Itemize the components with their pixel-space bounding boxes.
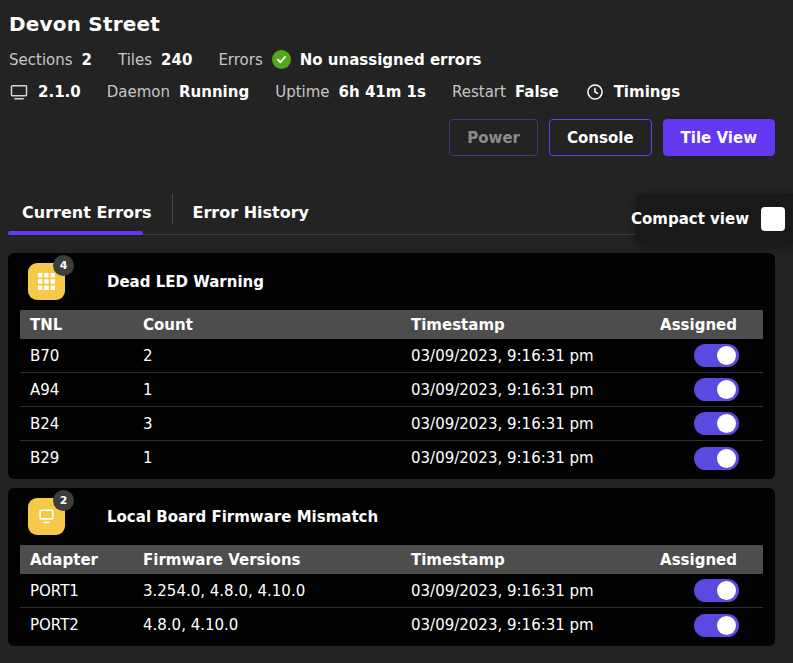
toggle-knob bbox=[717, 616, 736, 635]
table-header: TNL Count Timestamp Assigned bbox=[20, 310, 763, 339]
tile-view-button[interactable]: Tile View bbox=[663, 119, 775, 156]
card-icon-wrap: 4 bbox=[28, 263, 65, 300]
cell-tnl: B24 bbox=[20, 415, 133, 433]
daemon-info: Daemon Running bbox=[107, 83, 249, 101]
stat-value: No unassigned errors bbox=[300, 51, 482, 69]
col-header: Assigned bbox=[633, 551, 763, 569]
cell-count: 2 bbox=[133, 347, 401, 365]
cell-tnl: A94 bbox=[20, 381, 133, 399]
cell-firmware-versions: 3.254.0, 4.8.0, 4.10.0 bbox=[133, 582, 401, 600]
stat-value: 240 bbox=[161, 51, 192, 69]
stat-label: Tiles bbox=[118, 51, 152, 69]
cell-adapter: PORT1 bbox=[20, 582, 133, 600]
compact-view-checkbox[interactable] bbox=[761, 207, 785, 231]
card-title: Local Board Firmware Mismatch bbox=[107, 508, 378, 526]
cell-tnl: B29 bbox=[20, 449, 133, 467]
uptime-label: Uptime bbox=[275, 83, 329, 101]
assigned-toggle[interactable] bbox=[694, 614, 739, 637]
cell-timestamp: 03/09/2023, 9:16:31 pm bbox=[401, 449, 633, 467]
cell-timestamp: 03/09/2023, 9:16:31 pm bbox=[401, 381, 633, 399]
toggle-knob bbox=[717, 380, 736, 399]
cell-count: 3 bbox=[133, 415, 401, 433]
col-header: Timestamp bbox=[401, 316, 633, 334]
stat-errors: Errors No unassigned errors bbox=[218, 50, 481, 69]
col-header: Firmware Versions bbox=[133, 551, 401, 569]
cell-count: 1 bbox=[133, 449, 401, 467]
cell-timestamp: 03/09/2023, 9:16:31 pm bbox=[401, 582, 633, 600]
table-row: B70 2 03/09/2023, 9:16:31 pm bbox=[20, 339, 763, 373]
tab-current-errors[interactable]: Current Errors bbox=[8, 190, 166, 234]
compact-view-label: Compact view bbox=[631, 210, 749, 228]
error-count-badge: 2 bbox=[53, 490, 74, 511]
toggle-knob bbox=[717, 346, 736, 365]
stat-sections: Sections 2 bbox=[9, 51, 92, 69]
timings-link[interactable]: Timings bbox=[585, 82, 681, 102]
daemon-value: Running bbox=[179, 83, 249, 101]
restart-value: False bbox=[515, 83, 559, 101]
compact-view-panel: Compact view bbox=[636, 193, 793, 244]
stat-label: Sections bbox=[9, 51, 73, 69]
table-header: Adapter Firmware Versions Timestamp Assi… bbox=[20, 545, 763, 574]
toggle-knob bbox=[717, 414, 736, 433]
assigned-toggle[interactable] bbox=[694, 344, 739, 367]
table-row: PORT2 4.8.0, 4.10.0 03/09/2023, 9:16:31 … bbox=[20, 608, 763, 642]
cell-timestamp: 03/09/2023, 9:16:31 pm bbox=[401, 415, 633, 433]
tab-divider bbox=[172, 194, 173, 224]
card-header: 4 Dead LED Warning bbox=[20, 261, 763, 310]
toggle-knob bbox=[717, 581, 736, 600]
error-card-dead-led: 4 Dead LED Warning TNL Count Timestamp A… bbox=[8, 253, 775, 479]
uptime-info: Uptime 6h 41m 1s bbox=[275, 83, 426, 101]
timings-label: Timings bbox=[614, 83, 681, 101]
restart-label: Restart bbox=[452, 83, 506, 101]
tabs-area: Current Errors Error History Compact vie… bbox=[0, 190, 793, 239]
stat-tiles: Tiles 240 bbox=[118, 51, 192, 69]
cell-count: 1 bbox=[133, 381, 401, 399]
device-dashboard: Devon Street Sections 2 Tiles 240 Errors… bbox=[0, 0, 793, 663]
toggle-knob bbox=[717, 449, 736, 468]
toolbar: Power Console Tile View bbox=[0, 102, 793, 156]
console-button[interactable]: Console bbox=[549, 119, 652, 156]
version-info: 2.1.0 bbox=[9, 82, 81, 102]
version-value: 2.1.0 bbox=[38, 83, 81, 101]
table-row: A94 1 03/09/2023, 9:16:31 pm bbox=[20, 373, 763, 407]
col-header: Assigned bbox=[633, 316, 763, 334]
card-header: 2 Local Board Firmware Mismatch bbox=[20, 496, 763, 545]
stat-value: 2 bbox=[82, 51, 92, 69]
table-row: B24 3 03/09/2023, 9:16:31 pm bbox=[20, 407, 763, 441]
col-header: TNL bbox=[20, 316, 133, 334]
assigned-toggle[interactable] bbox=[694, 579, 739, 602]
error-cards: 4 Dead LED Warning TNL Count Timestamp A… bbox=[0, 239, 793, 646]
clock-icon bbox=[585, 82, 605, 102]
daemon-label: Daemon bbox=[107, 83, 170, 101]
col-header: Timestamp bbox=[401, 551, 633, 569]
card-title: Dead LED Warning bbox=[107, 273, 264, 291]
page-title: Devon Street bbox=[9, 12, 775, 36]
stats-row: Sections 2 Tiles 240 Errors No unassigne… bbox=[9, 50, 775, 69]
cell-firmware-versions: 4.8.0, 4.10.0 bbox=[133, 616, 401, 634]
header: Devon Street Sections 2 Tiles 240 Errors… bbox=[0, 0, 793, 102]
tab-error-history[interactable]: Error History bbox=[179, 190, 324, 234]
uptime-value: 6h 41m 1s bbox=[339, 83, 426, 101]
assigned-toggle[interactable] bbox=[694, 378, 739, 401]
cell-timestamp: 03/09/2023, 9:16:31 pm bbox=[401, 616, 633, 634]
error-count-badge: 4 bbox=[53, 255, 74, 276]
cell-adapter: PORT2 bbox=[20, 616, 133, 634]
cell-timestamp: 03/09/2023, 9:16:31 pm bbox=[401, 347, 633, 365]
active-tab-indicator bbox=[8, 231, 143, 235]
table-row: PORT1 3.254.0, 4.8.0, 4.10.0 03/09/2023,… bbox=[20, 574, 763, 608]
cell-tnl: B70 bbox=[20, 347, 133, 365]
check-circle-icon bbox=[272, 50, 291, 69]
col-header: Count bbox=[133, 316, 401, 334]
table-row: B29 1 03/09/2023, 9:16:31 pm bbox=[20, 441, 763, 475]
restart-info: Restart False bbox=[452, 83, 559, 101]
monitor-icon bbox=[9, 82, 29, 102]
col-header: Adapter bbox=[20, 551, 133, 569]
card-icon-wrap: 2 bbox=[28, 498, 65, 535]
assigned-toggle[interactable] bbox=[694, 412, 739, 435]
power-button[interactable]: Power bbox=[449, 119, 538, 156]
info-row: 2.1.0 Daemon Running Uptime 6h 41m 1s Re… bbox=[9, 82, 775, 102]
stat-label: Errors bbox=[218, 51, 262, 69]
assigned-toggle[interactable] bbox=[694, 447, 739, 470]
error-card-firmware-mismatch: 2 Local Board Firmware Mismatch Adapter … bbox=[8, 488, 775, 646]
